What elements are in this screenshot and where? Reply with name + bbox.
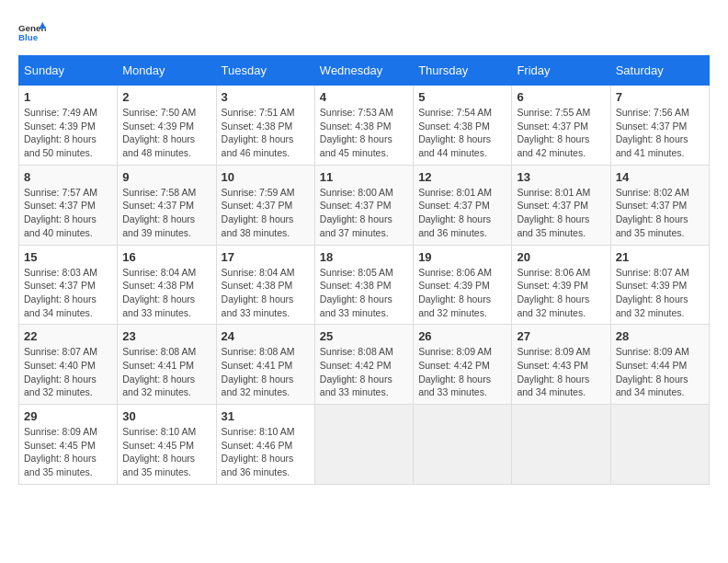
day-number: 13 (517, 170, 605, 184)
day-number: 3 (222, 90, 310, 104)
calendar-cell: 15 Sunrise: 8:03 AM Sunset: 4:37 PM Dayl… (19, 245, 118, 325)
day-info: Sunrise: 7:50 AM Sunset: 4:39 PM Dayligh… (122, 106, 210, 160)
calendar-table: SundayMondayTuesdayWednesdayThursdayFrid… (18, 55, 710, 485)
calendar-cell: 5 Sunrise: 7:54 AM Sunset: 4:38 PM Dayli… (414, 86, 512, 166)
day-info: Sunrise: 7:49 AM Sunset: 4:39 PM Dayligh… (24, 106, 112, 160)
calendar-week-row: 15 Sunrise: 8:03 AM Sunset: 4:37 PM Dayl… (19, 245, 710, 325)
calendar-cell: 17 Sunrise: 8:04 AM Sunset: 4:38 PM Dayl… (216, 245, 314, 325)
day-number: 23 (122, 329, 210, 343)
day-number: 2 (122, 90, 210, 104)
day-number: 20 (517, 250, 605, 264)
day-number: 14 (616, 170, 704, 184)
calendar-cell: 23 Sunrise: 8:08 AM Sunset: 4:41 PM Dayl… (118, 325, 216, 405)
day-number: 31 (222, 409, 310, 423)
calendar-cell (414, 405, 512, 485)
weekday-header-saturday: Saturday (610, 56, 709, 86)
day-number: 29 (24, 409, 112, 423)
page-header: General Blue (18, 18, 710, 46)
calendar-cell: 25 Sunrise: 8:08 AM Sunset: 4:42 PM Dayl… (314, 325, 413, 405)
logo: General Blue (18, 18, 50, 46)
day-info: Sunrise: 8:09 AM Sunset: 4:45 PM Dayligh… (24, 425, 112, 479)
day-number: 28 (616, 329, 704, 343)
calendar-cell: 13 Sunrise: 8:01 AM Sunset: 4:37 PM Dayl… (512, 165, 610, 245)
day-number: 17 (222, 250, 310, 264)
day-info: Sunrise: 7:59 AM Sunset: 4:37 PM Dayligh… (222, 186, 310, 240)
day-info: Sunrise: 8:07 AM Sunset: 4:40 PM Dayligh… (24, 345, 112, 399)
day-info: Sunrise: 8:03 AM Sunset: 4:37 PM Dayligh… (24, 266, 112, 320)
day-info: Sunrise: 8:09 AM Sunset: 4:42 PM Dayligh… (418, 345, 506, 399)
calendar-cell: 19 Sunrise: 8:06 AM Sunset: 4:39 PM Dayl… (414, 245, 512, 325)
day-number: 4 (320, 90, 408, 104)
calendar-cell: 27 Sunrise: 8:09 AM Sunset: 4:43 PM Dayl… (512, 325, 610, 405)
calendar-cell: 31 Sunrise: 8:10 AM Sunset: 4:46 PM Dayl… (216, 405, 314, 485)
calendar-cell: 26 Sunrise: 8:09 AM Sunset: 4:42 PM Dayl… (414, 325, 512, 405)
calendar-week-row: 22 Sunrise: 8:07 AM Sunset: 4:40 PM Dayl… (19, 325, 710, 405)
day-number: 22 (24, 329, 112, 343)
day-info: Sunrise: 7:57 AM Sunset: 4:37 PM Dayligh… (24, 186, 112, 240)
calendar-cell (314, 405, 413, 485)
day-number: 5 (418, 90, 506, 104)
calendar-cell: 16 Sunrise: 8:04 AM Sunset: 4:38 PM Dayl… (118, 245, 216, 325)
calendar-week-row: 8 Sunrise: 7:57 AM Sunset: 4:37 PM Dayli… (19, 165, 710, 245)
day-info: Sunrise: 7:51 AM Sunset: 4:38 PM Dayligh… (222, 106, 310, 160)
logo-icon: General Blue (18, 18, 46, 46)
calendar-cell: 29 Sunrise: 8:09 AM Sunset: 4:45 PM Dayl… (19, 405, 118, 485)
calendar-cell (610, 405, 709, 485)
calendar-cell: 12 Sunrise: 8:01 AM Sunset: 4:37 PM Dayl… (414, 165, 512, 245)
day-info: Sunrise: 8:04 AM Sunset: 4:38 PM Dayligh… (122, 266, 210, 320)
calendar-cell: 9 Sunrise: 7:58 AM Sunset: 4:37 PM Dayli… (118, 165, 216, 245)
weekday-header-thursday: Thursday (414, 56, 512, 86)
day-info: Sunrise: 8:10 AM Sunset: 4:46 PM Dayligh… (222, 425, 310, 479)
day-number: 18 (320, 250, 408, 264)
day-info: Sunrise: 8:10 AM Sunset: 4:45 PM Dayligh… (122, 425, 210, 479)
weekday-header-wednesday: Wednesday (314, 56, 413, 86)
day-number: 6 (517, 90, 605, 104)
calendar-week-row: 1 Sunrise: 7:49 AM Sunset: 4:39 PM Dayli… (19, 86, 710, 166)
calendar-cell: 4 Sunrise: 7:53 AM Sunset: 4:38 PM Dayli… (314, 86, 413, 166)
day-number: 21 (616, 250, 704, 264)
day-number: 25 (320, 329, 408, 343)
day-info: Sunrise: 8:02 AM Sunset: 4:37 PM Dayligh… (616, 186, 704, 240)
day-info: Sunrise: 8:09 AM Sunset: 4:44 PM Dayligh… (616, 345, 704, 399)
day-info: Sunrise: 8:07 AM Sunset: 4:39 PM Dayligh… (616, 266, 704, 320)
calendar-cell: 10 Sunrise: 7:59 AM Sunset: 4:37 PM Dayl… (216, 165, 314, 245)
calendar-cell: 1 Sunrise: 7:49 AM Sunset: 4:39 PM Dayli… (19, 86, 118, 166)
svg-text:Blue: Blue (18, 32, 39, 42)
day-number: 27 (517, 329, 605, 343)
day-info: Sunrise: 8:06 AM Sunset: 4:39 PM Dayligh… (418, 266, 506, 320)
calendar-cell: 6 Sunrise: 7:55 AM Sunset: 4:37 PM Dayli… (512, 86, 610, 166)
day-info: Sunrise: 8:01 AM Sunset: 4:37 PM Dayligh… (418, 186, 506, 240)
day-info: Sunrise: 8:08 AM Sunset: 4:41 PM Dayligh… (122, 345, 210, 399)
calendar-cell: 2 Sunrise: 7:50 AM Sunset: 4:39 PM Dayli… (118, 86, 216, 166)
weekday-header-tuesday: Tuesday (216, 56, 314, 86)
day-info: Sunrise: 8:01 AM Sunset: 4:37 PM Dayligh… (517, 186, 605, 240)
calendar-cell: 3 Sunrise: 7:51 AM Sunset: 4:38 PM Dayli… (216, 86, 314, 166)
day-info: Sunrise: 8:06 AM Sunset: 4:39 PM Dayligh… (517, 266, 605, 320)
day-number: 10 (222, 170, 310, 184)
calendar-cell: 11 Sunrise: 8:00 AM Sunset: 4:37 PM Dayl… (314, 165, 413, 245)
calendar-cell: 24 Sunrise: 8:08 AM Sunset: 4:41 PM Dayl… (216, 325, 314, 405)
weekday-header-sunday: Sunday (19, 56, 118, 86)
day-info: Sunrise: 7:55 AM Sunset: 4:37 PM Dayligh… (517, 106, 605, 160)
day-info: Sunrise: 8:05 AM Sunset: 4:38 PM Dayligh… (320, 266, 408, 320)
day-number: 7 (616, 90, 704, 104)
day-info: Sunrise: 7:53 AM Sunset: 4:38 PM Dayligh… (320, 106, 408, 160)
day-number: 19 (418, 250, 506, 264)
day-info: Sunrise: 8:00 AM Sunset: 4:37 PM Dayligh… (320, 186, 408, 240)
calendar-cell: 21 Sunrise: 8:07 AM Sunset: 4:39 PM Dayl… (610, 245, 709, 325)
weekday-header-row: SundayMondayTuesdayWednesdayThursdayFrid… (19, 56, 710, 86)
day-info: Sunrise: 8:04 AM Sunset: 4:38 PM Dayligh… (222, 266, 310, 320)
calendar-cell: 30 Sunrise: 8:10 AM Sunset: 4:45 PM Dayl… (118, 405, 216, 485)
day-number: 8 (24, 170, 112, 184)
day-number: 16 (122, 250, 210, 264)
day-info: Sunrise: 7:56 AM Sunset: 4:37 PM Dayligh… (616, 106, 704, 160)
day-info: Sunrise: 7:58 AM Sunset: 4:37 PM Dayligh… (122, 186, 210, 240)
day-number: 15 (24, 250, 112, 264)
calendar-cell (512, 405, 610, 485)
calendar-cell: 8 Sunrise: 7:57 AM Sunset: 4:37 PM Dayli… (19, 165, 118, 245)
calendar-cell: 7 Sunrise: 7:56 AM Sunset: 4:37 PM Dayli… (610, 86, 709, 166)
calendar-cell: 18 Sunrise: 8:05 AM Sunset: 4:38 PM Dayl… (314, 245, 413, 325)
day-number: 9 (122, 170, 210, 184)
day-number: 26 (418, 329, 506, 343)
weekday-header-monday: Monday (118, 56, 216, 86)
